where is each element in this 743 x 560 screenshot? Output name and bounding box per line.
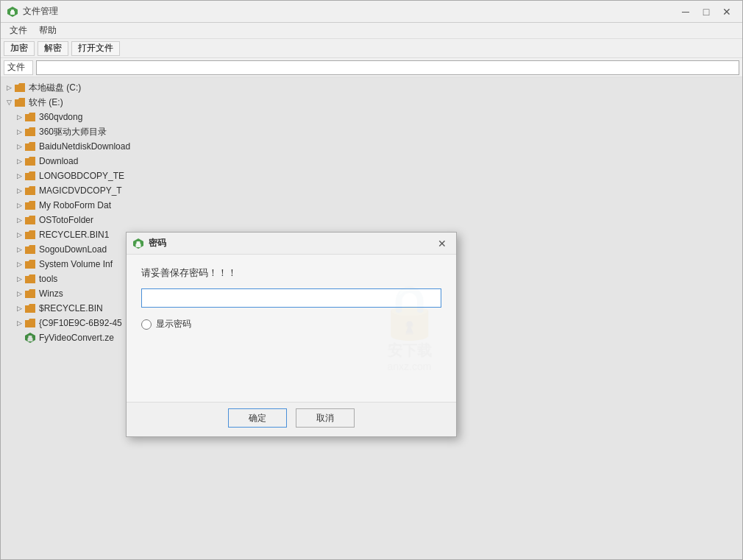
maximize-button[interactable]: □ [697, 4, 716, 19]
address-label: 文件 [4, 60, 33, 75]
modal-overlay: 密码 ✕ 请妥善保存密码！！！ 显示密码 🔒 安下载 anxz.co [1, 77, 742, 559]
window-title: 文件管理 [23, 5, 676, 18]
toolbar: 加密 解密 打开文件 [1, 39, 742, 58]
open-file-button[interactable]: 打开文件 [71, 41, 120, 56]
watermark: 🔒 安下载 anxz.com [377, 286, 441, 372]
close-button[interactable]: ✕ [717, 4, 736, 19]
address-input[interactable] [36, 60, 739, 75]
show-password-checkbox[interactable] [141, 319, 152, 330]
minimize-button[interactable]: ─ [676, 4, 695, 19]
dialog-body: 请妥善保存密码！！！ 显示密码 🔒 安下载 anxz.com [127, 255, 456, 402]
dialog-footer: 确定 取消 [127, 402, 456, 436]
dialog-titlebar: 密码 ✕ [127, 233, 456, 255]
encrypt-button[interactable]: 加密 [4, 41, 35, 56]
watermark-brand: 安下载 [388, 341, 432, 361]
window-controls: ─ □ ✕ [676, 4, 736, 19]
svg-rect-2 [10, 11, 15, 15]
decrypt-button[interactable]: 解密 [38, 41, 68, 56]
address-bar: 文件 [1, 58, 742, 77]
main-window: 文件管理 ─ □ ✕ 文件 帮助 加密 解密 打开文件 文件 ▷ [0, 0, 743, 560]
menu-bar: 文件 帮助 [1, 23, 742, 39]
password-dialog: 密码 ✕ 请妥善保存密码！！！ 显示密码 🔒 安下载 anxz.co [126, 232, 457, 437]
svg-rect-8 [136, 244, 141, 247]
dialog-title: 密码 [149, 237, 434, 249]
confirm-button[interactable]: 确定 [228, 408, 287, 428]
menu-file[interactable]: 文件 [4, 23, 33, 38]
watermark-url: anxz.com [388, 361, 432, 372]
dialog-close-button[interactable]: ✕ [434, 236, 450, 251]
watermark-lock-icon: 🔒 [377, 286, 441, 338]
dialog-prompt: 请妥善保存密码！！！ [141, 266, 441, 280]
menu-help[interactable]: 帮助 [33, 23, 63, 38]
content-area: ▷ 本地磁盘 (C:) ▽ 软件 (E:) ▷ 360qv [1, 77, 742, 559]
show-password-label: 显示密码 [156, 318, 191, 330]
cancel-button[interactable]: 取消 [296, 408, 355, 428]
dialog-shield-icon [132, 238, 144, 249]
app-icon [7, 6, 18, 18]
title-bar: 文件管理 ─ □ ✕ [1, 1, 742, 23]
